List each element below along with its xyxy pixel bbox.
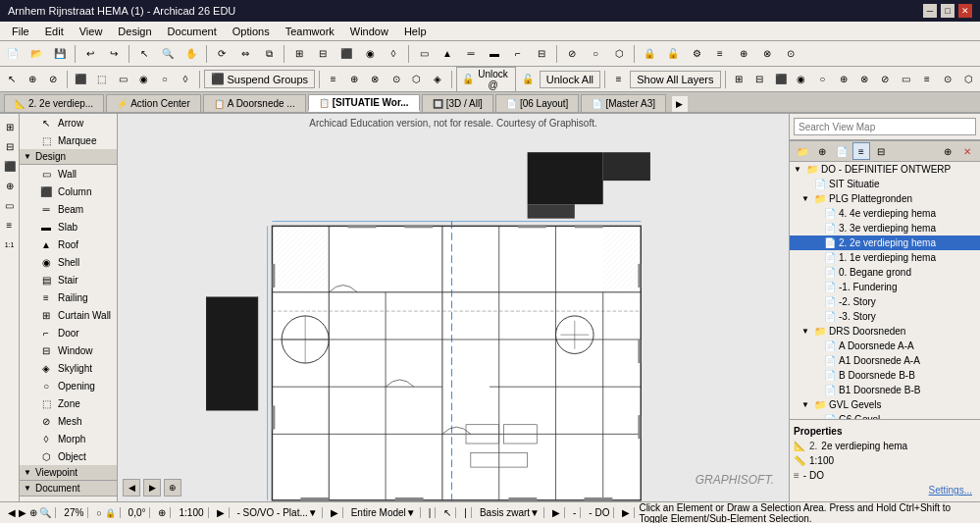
rp-btn-3[interactable]: 📄 (833, 142, 851, 160)
tb-r2-4[interactable]: ⬛ (72, 69, 90, 90)
status-layer-combo[interactable]: - SO/VO - Plat...▼ (233, 507, 323, 518)
tb1[interactable]: ⊞ (288, 43, 310, 65)
tb9[interactable]: ▬ (484, 43, 505, 65)
tool-window[interactable]: ⊟ Window (20, 341, 117, 359)
document-section-header[interactable]: Document (20, 481, 117, 497)
tb12[interactable]: ⊘ (561, 43, 583, 65)
tree-item-drsA[interactable]: 📄 A Doorsnede A-A (790, 339, 980, 353)
tb-r2-21[interactable]: ⊕ (834, 69, 852, 90)
minimize-button[interactable]: ─ (923, 4, 937, 18)
rotate-btn[interactable]: ⟳ (211, 43, 232, 65)
open-btn[interactable]: 📂 (26, 43, 47, 65)
tool-railing[interactable]: ≡ Railing (20, 288, 117, 306)
menu-design[interactable]: Design (110, 24, 159, 39)
rp-btn-6[interactable]: ⊕ (939, 142, 956, 160)
tb-r2-24[interactable]: ▭ (897, 69, 915, 90)
tb7[interactable]: ▲ (437, 43, 458, 65)
tool-marquee[interactable]: ⬚ Marquee (20, 131, 117, 149)
lv-btn-4[interactable]: ⊕ (1, 177, 19, 194)
menu-file[interactable]: File (4, 24, 37, 39)
menu-options[interactable]: Options (225, 24, 278, 39)
rp-btn-2[interactable]: ⊕ (813, 142, 831, 160)
unlock-all-icon[interactable]: 🔓 (518, 69, 537, 90)
menu-help[interactable]: Help (396, 24, 435, 39)
tb-r2-2[interactable]: ⊕ (23, 69, 41, 90)
redo-btn[interactable]: ↪ (103, 43, 125, 65)
tb4[interactable]: ◉ (359, 43, 381, 65)
tree-item-drs[interactable]: ▼ 📁 DRS Doorsneden (790, 324, 980, 339)
tb-r2-22[interactable]: ⊗ (854, 69, 873, 90)
tb-r2-1[interactable]: ↖ (2, 69, 21, 90)
zoom-btn[interactable]: 🔍 (157, 43, 179, 65)
status-fit-btn[interactable]: ⊕ (29, 507, 37, 518)
menu-teamwork[interactable]: Teamwork (278, 24, 342, 39)
tool-mesh[interactable]: ⊘ Mesh (20, 412, 117, 430)
viewpoint-section-header[interactable]: Viewpoint (20, 465, 117, 481)
menu-view[interactable]: View (72, 24, 111, 39)
tab-action-center[interactable]: ⚡ Action Center (106, 94, 201, 112)
tab-doorsnede[interactable]: 📋 A Doorsnede ... (203, 94, 306, 112)
tb-r2-18[interactable]: ⬛ (771, 69, 790, 90)
tb-r2-16[interactable]: ⊞ (729, 69, 748, 90)
tree-item-m2[interactable]: 📄 -2. Story (790, 294, 980, 309)
lv-btn-1[interactable]: ⊞ (1, 118, 19, 135)
tb5[interactable]: ◊ (383, 43, 404, 65)
tree-item-plg[interactable]: ▼ 📁 PLG Plattegronden (790, 191, 980, 206)
menu-document[interactable]: Document (160, 24, 225, 39)
tab-layout[interactable]: 📄 [06 Layout] (495, 94, 579, 112)
tb10[interactable]: ⌐ (507, 43, 529, 65)
tool-morph[interactable]: ◊ Morph (20, 430, 117, 447)
tb-r2-10[interactable]: ≡ (324, 69, 342, 90)
tool-roof[interactable]: ▲ Roof (20, 235, 117, 253)
tool-column[interactable]: ⬛ Column (20, 183, 117, 200)
canvas-area[interactable]: Archicad Education version, not for resa… (118, 114, 789, 501)
tool-wall[interactable]: ▭ Wall (20, 165, 117, 183)
arrow-tool[interactable]: ↖ (133, 43, 155, 65)
tab-situatie[interactable]: 📋 [SITUATIE Wor... (308, 94, 420, 112)
status-zoom-btn[interactable]: 🔍 (39, 507, 51, 518)
tb-r2-14[interactable]: ⬡ (407, 69, 426, 90)
new-btn[interactable]: 📄 (2, 43, 24, 65)
tree-item-1e[interactable]: 📄 1. 1e verdieping hema (790, 250, 980, 265)
tree-item-g6[interactable]: 📄 G6 Gevel (790, 412, 980, 419)
tree-item-0[interactable]: 📄 0. Begane grond (790, 265, 980, 280)
tool-arrow[interactable]: ↖ Arrow (20, 114, 117, 131)
tb15[interactable]: 🔒 (639, 43, 660, 65)
tool-door[interactable]: ⌐ Door (20, 324, 117, 341)
pan-btn[interactable]: ✋ (181, 43, 202, 65)
tree-item-drsB1[interactable]: 📄 B1 Doorsnede B-B (790, 383, 980, 397)
tb18[interactable]: ≡ (709, 43, 731, 65)
tool-skylight[interactable]: ◈ Skylight (20, 359, 117, 377)
tb-r2-13[interactable]: ⊙ (387, 69, 405, 90)
tb-r2-12[interactable]: ⊗ (366, 69, 385, 90)
tb14[interactable]: ⬡ (608, 43, 630, 65)
tool-zone[interactable]: ⬚ Zone (20, 394, 117, 412)
status-next-btn[interactable]: ▶ (19, 507, 26, 518)
lv-btn-2[interactable]: ⊟ (1, 137, 19, 155)
tb-r2-8[interactable]: ○ (155, 69, 174, 90)
nav-forward-btn[interactable]: ▶ (143, 479, 161, 497)
tool-curtain-wall[interactable]: ⊞ Curtain Wall (20, 306, 117, 324)
rp-btn-5[interactable]: ⊟ (872, 142, 890, 160)
tb-r2-layer1[interactable]: ≡ (609, 69, 628, 90)
rp-btn-4[interactable]: ≡ (852, 142, 870, 160)
view-map-search-input[interactable] (794, 118, 976, 135)
tree-item-sit[interactable]: 📄 SIT Situatie (790, 177, 980, 191)
tool-opening[interactable]: ○ Opening (20, 377, 117, 394)
status-lock-btn[interactable]: 🔒 (105, 508, 116, 518)
tb-r2-20[interactable]: ○ (813, 69, 832, 90)
tree-item-4e[interactable]: 📄 4. 4e verdieping hema (790, 206, 980, 221)
tool-shell[interactable]: ◉ Shell (20, 253, 117, 271)
close-button[interactable]: ✕ (958, 4, 972, 18)
tool-slab[interactable]: ▬ Slab (20, 218, 117, 235)
settings-link[interactable]: Settings... (794, 483, 976, 497)
tree-item-2e[interactable]: 📄 2. 2e verdieping hema (790, 235, 980, 250)
tab-more-btn[interactable]: ▶ (672, 96, 688, 112)
tab-master[interactable]: 📄 [Master A3] (581, 94, 666, 112)
tree-item-drsA1[interactable]: 📄 A1 Doorsnede A-A (790, 353, 980, 368)
tb16[interactable]: 🔓 (662, 43, 684, 65)
tb3[interactable]: ⬛ (335, 43, 357, 65)
menu-edit[interactable]: Edit (37, 24, 72, 39)
tb21[interactable]: ⊙ (780, 43, 801, 65)
tb6[interactable]: ▭ (413, 43, 435, 65)
